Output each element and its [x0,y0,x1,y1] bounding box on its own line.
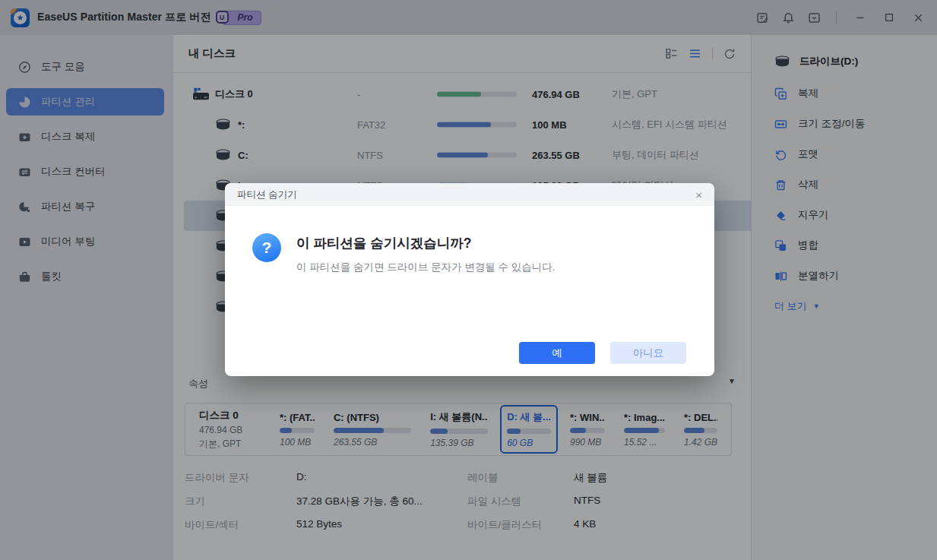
hide-partition-dialog: 파티션 숨기기 × ? 이 파티션을 숨기시겠습니까? 이 파티션을 숨기면 드… [225,183,714,376]
dialog-message: 이 파티션을 숨기면 드라이브 문자가 변경될 수 있습니다. [296,261,556,274]
dialog-title: 파티션 숨기기 [237,188,296,201]
dialog-titlebar: 파티션 숨기기 × [225,183,714,206]
yes-button[interactable]: 예 [519,342,595,364]
no-button[interactable]: 아니요 [610,342,686,364]
dialog-heading: 이 파티션을 숨기시겠습니까? [296,234,471,252]
question-icon: ? [252,233,281,262]
dialog-close-icon[interactable]: × [695,189,702,201]
app-window: ★ EaseUS Partition Master 프로 버전 Pro U [0,0,937,560]
